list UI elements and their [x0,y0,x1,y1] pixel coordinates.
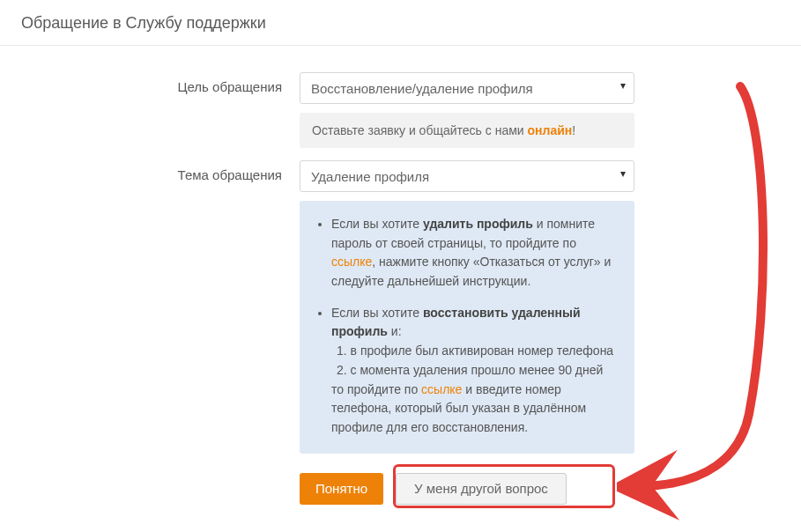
topic-select[interactable]: Удаление профиля [300,160,634,192]
row-purpose: Цель обращения Восстановление/удаление п… [0,72,801,148]
hint-text-pre: Оставьте заявку и общайтесь с нами [312,123,528,137]
info2-line2: 2. с момента удаления прошло менее 90 дн… [331,363,603,377]
info2-pre: Если вы хотите [331,306,423,320]
other-question-button[interactable]: У меня другой вопрос [396,473,567,505]
info1-post: , нажмите кнопку «Отказаться от услуг» и… [331,255,611,288]
info2-post: и: [388,324,402,338]
purpose-label: Цель обращения [0,72,300,148]
purpose-hint: Оставьте заявку и общайтесь с нами онлай… [300,113,634,148]
info2-tail-pre: то пройдите по [331,382,421,396]
topic-label: Тема обращения [0,160,300,505]
info-box: Если вы хотите удалить профиль и помните… [300,201,634,454]
support-form: Цель обращения Восстановление/удаление п… [0,46,801,505]
hint-text-post: ! [572,123,575,137]
topic-select-wrap: Удаление профиля [300,160,634,192]
purpose-select[interactable]: Восстановление/удаление профиля [300,72,634,104]
purpose-select-wrap: Восстановление/удаление профиля [300,72,634,104]
row-topic: Тема обращения Удаление профиля Если вы … [0,160,801,505]
info1-pre: Если вы хотите [331,217,423,231]
hint-highlight: онлайн [528,123,573,137]
page-title: Обращение в Службу поддержки [0,0,801,46]
ok-button[interactable]: Понятно [300,473,383,505]
info-item-restore: Если вы хотите восстановить удаленный пр… [331,304,619,438]
info1-bold: удалить профиль [423,217,533,231]
info1-link[interactable]: ссылке [331,255,372,269]
button-row: Понятно У меня другой вопрос [300,473,634,505]
info-item-delete: Если вы хотите удалить профиль и помните… [331,215,619,292]
info2-line1: 1. в профиле был активирован номер телеф… [331,344,613,358]
info2-link[interactable]: ссылке [421,382,462,396]
